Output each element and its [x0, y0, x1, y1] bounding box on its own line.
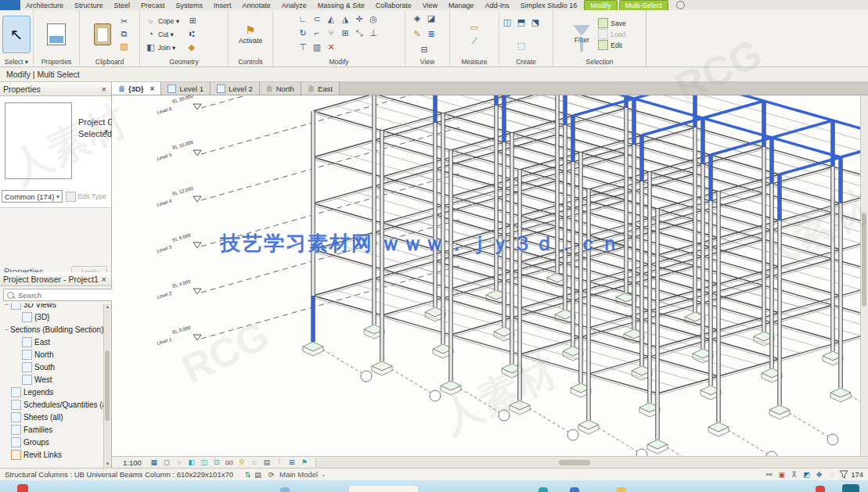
ribbon-tab-simplex-studio-16[interactable]: Simplex Studio 16	[515, 1, 583, 10]
select-links-icon[interactable]: ⚯	[764, 470, 774, 479]
display-icon[interactable]: ≣	[426, 28, 438, 40]
aligned-dimension-icon[interactable]: ⟋	[463, 35, 486, 47]
copy-icon[interactable]: ⧉	[118, 28, 130, 40]
reveal-hidden-icon[interactable]: ⚲	[236, 458, 247, 467]
constraints-icon[interactable]: ⊞	[286, 458, 297, 467]
view-tab-level-1[interactable]: Level 1	[161, 82, 211, 95]
tree-item-sections-building-section-[interactable]: −Sections (Building Section)	[0, 323, 104, 336]
show-crop-icon[interactable]: ⊡	[211, 458, 222, 467]
trim-icon[interactable]: ⌐	[312, 27, 323, 39]
detail-level-icon[interactable]: ▦	[149, 458, 160, 467]
taskbar-app-icon[interactable]	[617, 487, 626, 492]
copy-icon[interactable]: ◎	[368, 13, 380, 25]
override-graphics-icon[interactable]: ✎	[412, 28, 423, 40]
cut-icon[interactable]: ✂	[118, 16, 130, 27]
project-browser-scrollbar[interactable]: ▲ ▼	[103, 303, 111, 468]
tree-expander[interactable]: −	[3, 326, 10, 333]
crop-view-icon[interactable]: ◫	[199, 458, 210, 467]
temporary-view-properties-icon[interactable]: ▤	[261, 458, 272, 467]
hide-elements-icon[interactable]: ◪	[426, 13, 438, 24]
tree-item-groups[interactable]: Groups	[0, 436, 104, 448]
close-view-icon[interactable]: ×	[150, 84, 155, 93]
ribbon-tab-collaborate[interactable]: Collaborate	[370, 1, 417, 10]
mirror-pick-icon[interactable]: ◭	[326, 13, 337, 25]
properties-palette-button[interactable]	[43, 16, 70, 52]
activate-controls-button[interactable]: Activate	[239, 37, 262, 45]
shadows-icon[interactable]: ◧	[186, 458, 197, 467]
unpin-icon[interactable]: ⊤	[297, 41, 309, 53]
project-browser-close-icon[interactable]: ×	[100, 275, 108, 284]
tree-item-3d-views[interactable]: −3D Views	[0, 303, 104, 311]
align-icon[interactable]: ∟	[297, 13, 309, 25]
tree-item-schedules-quantities-all-[interactable]: Schedules/Quantities (all)	[0, 398, 104, 411]
ribbon-tab-steel[interactable]: Steel	[109, 1, 136, 10]
view-tab-level-2[interactable]: Level 2	[211, 82, 260, 95]
ribbon-tab-annotate[interactable]: Annotate	[237, 1, 276, 10]
windows-taskbar[interactable]	[0, 480, 868, 492]
taskbar-app-icon[interactable]	[842, 484, 859, 492]
split-icon[interactable]: ⑂	[326, 27, 337, 39]
tree-item-families[interactable]: Families	[0, 423, 104, 436]
taskbar-app-icon[interactable]	[349, 486, 418, 492]
tree-item-revit-links[interactable]: Revit Links	[0, 448, 104, 461]
wall-joins-icon[interactable]: ⊞	[187, 15, 199, 27]
view-tab-north[interactable]: North	[260, 82, 301, 95]
contextual-tab-modify[interactable]: Modify	[584, 0, 618, 10]
selection-box-icon[interactable]: ⚑	[299, 458, 310, 467]
edit-type-button[interactable]: Edit Type	[66, 192, 106, 202]
select-by-face-icon[interactable]: ◩	[801, 470, 812, 479]
join-button[interactable]: Join ▾	[158, 44, 175, 52]
taskbar-app-icon[interactable]	[816, 486, 825, 492]
beam-join-icon[interactable]: ⑆	[186, 28, 198, 40]
visual-style-icon[interactable]: ◻	[161, 458, 172, 467]
canvas-horizontal-scrollbar[interactable]	[315, 458, 868, 468]
linework-icon[interactable]: ⊟	[419, 44, 430, 56]
tree-item-sheets-all-[interactable]: Sheets (all)	[0, 411, 104, 423]
temporary-hide-icon[interactable]: ɑɑ	[224, 458, 235, 467]
filter-icon[interactable]	[573, 25, 590, 36]
mirror-draw-icon[interactable]: ◮	[340, 13, 351, 25]
tree-item--3d-[interactable]: {3D}	[0, 311, 104, 323]
worksharing-display-icon[interactable]: ⌂	[249, 458, 260, 467]
modify-button[interactable]: ↖	[2, 16, 31, 53]
delete-icon[interactable]: ✕	[326, 41, 337, 53]
background-processes-icon[interactable]: ⇅	[243, 470, 253, 479]
select-panel-label[interactable]: Select ▾	[0, 58, 33, 66]
cope-button[interactable]: Cope ▾	[158, 17, 179, 25]
ribbon-tab-systems[interactable]: Systems	[171, 1, 209, 10]
ribbon-tab-manage[interactable]: Manage	[443, 1, 480, 10]
ribbon-tab-architecture[interactable]: Architecture	[20, 1, 69, 10]
create-similar-icon[interactable]: ⬚	[516, 40, 528, 52]
offset-icon[interactable]: ⊂	[312, 13, 323, 25]
file-menu-button[interactable]	[0, 0, 20, 10]
ribbon-tab-view[interactable]: View	[417, 1, 443, 10]
taskbar-app-icon[interactable]	[280, 487, 290, 492]
scale-button[interactable]: 1:100	[123, 458, 142, 467]
tree-item-legends[interactable]: Legends	[0, 386, 104, 398]
category-filter-select[interactable]: Common (174) ▾	[2, 190, 63, 203]
canvas-vertical-scrollbar[interactable]	[860, 95, 868, 456]
ribbon-tab-massing-site[interactable]: Massing & Site	[312, 1, 370, 10]
analytical-model-icon[interactable]: ⫶	[274, 458, 285, 467]
paste-button[interactable]	[89, 16, 116, 52]
cut-geometry-button[interactable]: Cut ▾	[158, 31, 174, 38]
view-tab-east[interactable]: East	[301, 82, 340, 95]
measure-ruler-icon[interactable]: ▭	[463, 22, 486, 34]
3d-structural-model[interactable]: EL 20.000Level 6EL 16.000Level 5EL 12.00…	[112, 95, 868, 456]
save-selection-button[interactable]: Save	[598, 18, 625, 28]
ribbon-tab-add-ins[interactable]: Add-Ins	[480, 1, 515, 10]
match-type-icon[interactable]: ▨	[118, 41, 130, 52]
type-selector-dropdown-icon[interactable]: ▾	[104, 127, 108, 135]
project-browser-search-input[interactable]	[3, 289, 124, 301]
properties-close-icon[interactable]: ×	[100, 84, 108, 94]
selection-filter-icon[interactable]	[839, 470, 848, 479]
select-underlay-icon[interactable]: ▣	[776, 470, 787, 479]
ribbon-tab-precast[interactable]: Precast	[135, 1, 171, 10]
ribbon-tab-structure[interactable]: Structure	[69, 1, 109, 10]
tree-item-north[interactable]: North	[0, 348, 104, 361]
scroll-up-icon[interactable]: ▲	[104, 303, 111, 311]
create-assembly-icon[interactable]: ⬔	[530, 16, 542, 28]
taskbar-app-icon[interactable]	[570, 487, 579, 492]
sun-path-icon[interactable]: ☼	[174, 458, 185, 467]
move-icon[interactable]: ✛	[354, 13, 366, 25]
